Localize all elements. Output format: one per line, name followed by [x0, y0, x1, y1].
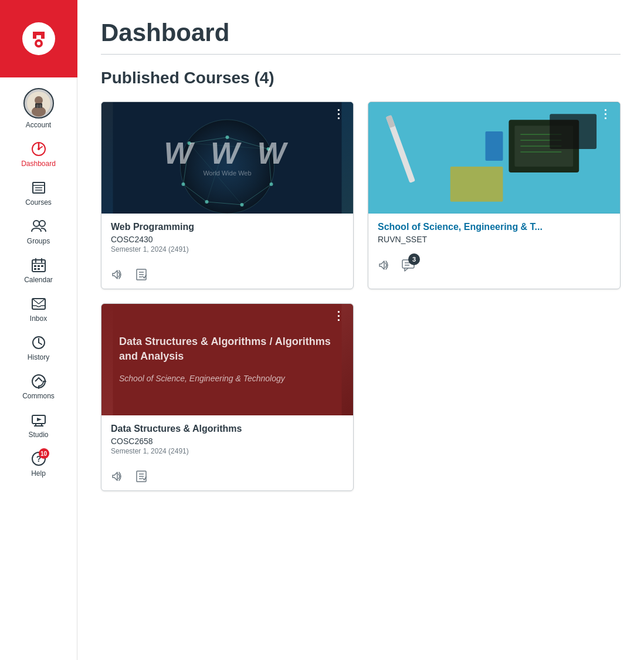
course-semester-www: Semester 1, 2024 (2491) [111, 245, 344, 253]
course-menu-btn-sset[interactable]: ⋮ [597, 108, 614, 120]
sset-bg-svg [368, 102, 620, 214]
course-actions-dsa [101, 465, 353, 490]
svg-point-4 [35, 96, 43, 104]
page-title: Dashboard [101, 19, 621, 47]
course-code-www: COSC2430 [111, 235, 344, 244]
studio-icon [30, 412, 47, 428]
svg-rect-24 [34, 268, 36, 270]
svg-point-0 [22, 22, 55, 55]
svg-rect-22 [38, 265, 40, 267]
section-title: Published Courses (4) [101, 69, 621, 87]
help-badge: 10 [39, 448, 49, 459]
commons-icon [30, 373, 47, 390]
course-menu-btn-www[interactable]: ⋮ [330, 108, 347, 120]
svg-point-58 [240, 203, 244, 207]
course-code-sset: RUVN_SSET [378, 235, 611, 244]
announcement-icon-sset[interactable] [378, 258, 392, 272]
svg-point-16 [39, 221, 45, 226]
www-bg-svg: W W W World Wide Web [101, 102, 353, 214]
svg-point-2 [37, 42, 40, 45]
dsa-thumbnail-title: Data Structures & Algorithms / Algorithm… [119, 334, 335, 364]
svg-rect-78 [486, 131, 503, 161]
svg-text:World Wide Web: World Wide Web [203, 170, 251, 177]
course-thumbnail-dsa: Data Structures & Algorithms / Algorithm… [101, 304, 353, 415]
sidebar-item-label-dashboard: Dashboard [21, 160, 56, 168]
svg-point-60 [182, 182, 185, 186]
inbox-icon [30, 296, 47, 312]
course-code-dsa: COSC2658 [111, 436, 344, 446]
sidebar-item-help[interactable]: ? 10 Help [0, 445, 77, 483]
dashboard-icon [30, 141, 47, 157]
nav-items: Account Dashboard [0, 77, 77, 483]
sidebar-item-label-courses: Courses [25, 198, 52, 207]
course-thumbnail-www: W W W World Wide Web ⋮ [101, 102, 353, 214]
sidebar-item-commons[interactable]: Commons [0, 367, 77, 406]
sidebar-item-label-help: Help [31, 469, 46, 478]
avatar [23, 88, 54, 119]
course-menu-btn-dsa[interactable]: ⋮ [330, 310, 347, 321]
groups-icon [30, 218, 47, 235]
calendar-icon [30, 257, 47, 273]
svg-rect-21 [34, 265, 36, 267]
sidebar: Account Dashboard [0, 0, 77, 660]
assignment-icon-www[interactable] [134, 268, 148, 282]
sidebar-item-groups[interactable]: Groups [0, 212, 77, 251]
sidebar-item-label-inbox: Inbox [30, 314, 47, 323]
sidebar-item-courses[interactable]: Courses [0, 174, 77, 212]
sidebar-item-label-history: History [28, 353, 49, 361]
main-content: Dashboard Published Courses (4) [77, 0, 644, 660]
course-card-sset: ⋮ School of Science, Engineering & T... … [368, 101, 621, 289]
svg-rect-77 [450, 167, 503, 202]
sidebar-item-account[interactable]: Account [0, 82, 77, 135]
courses-grid: W W W World Wide Web ⋮ Web Programming C… [101, 101, 621, 491]
sidebar-item-label-commons: Commons [22, 392, 55, 400]
course-info-sset: School of Science, Engineering & T... RU… [368, 214, 620, 253]
course-info-www: Web Programming COSC2430 Semester 1, 202… [101, 214, 353, 263]
sidebar-item-label-studio: Studio [28, 431, 48, 439]
assignment-icon-dsa[interactable] [134, 469, 148, 483]
course-thumbnail-sset: ⋮ [368, 102, 620, 214]
discussion-badge-sset: 3 [408, 253, 420, 265]
course-name-dsa: Data Structures & Algorithms [111, 424, 344, 434]
announcement-icon-www[interactable] [111, 268, 125, 282]
svg-point-57 [270, 182, 273, 186]
sidebar-item-calendar[interactable]: Calendar [0, 251, 77, 290]
sidebar-item-label-groups: Groups [27, 237, 50, 245]
svg-rect-8 [39, 104, 42, 108]
sidebar-item-label-account: Account [26, 121, 51, 129]
sidebar-item-inbox[interactable]: Inbox [0, 290, 77, 329]
course-semester-dsa: Semester 1, 2024 (2491) [111, 447, 344, 455]
course-actions-sset: 3 [368, 253, 620, 279]
svg-rect-76 [550, 114, 596, 149]
course-info-dsa: Data Structures & Algorithms COSC2658 Se… [101, 415, 353, 465]
svg-line-29 [32, 299, 39, 304]
sidebar-item-label-calendar: Calendar [24, 276, 53, 284]
course-name-sset: School of Science, Engineering & T... [378, 222, 611, 232]
svg-rect-25 [38, 268, 40, 270]
course-name-www: Web Programming [111, 222, 344, 232]
courses-icon [30, 180, 47, 196]
dsa-thumbnail-sub: School of Science, Engineering & Technol… [119, 373, 335, 385]
course-card-dsa: Data Structures & Algorithms / Algorithm… [101, 303, 354, 491]
svg-marker-39 [37, 418, 42, 421]
help-icon: ? 10 [30, 451, 47, 467]
history-icon [30, 334, 47, 351]
svg-rect-23 [41, 265, 43, 267]
course-actions-www [101, 263, 353, 289]
course-card-web-programming: W W W World Wide Web ⋮ Web Programming C… [101, 101, 354, 289]
logo-icon [21, 21, 56, 56]
discussion-icon-sset[interactable]: 3 [401, 258, 415, 272]
app-logo[interactable] [0, 0, 77, 77]
sidebar-item-history[interactable]: History [0, 329, 77, 367]
svg-text:W W W: W W W [164, 136, 290, 170]
announcement-icon-dsa[interactable] [111, 469, 125, 483]
sidebar-item-dashboard[interactable]: Dashboard [0, 135, 77, 174]
svg-rect-7 [36, 104, 39, 108]
svg-line-30 [39, 299, 45, 304]
divider [101, 54, 621, 55]
sidebar-item-studio[interactable]: Studio [0, 406, 77, 445]
svg-point-59 [205, 200, 209, 204]
svg-point-15 [33, 221, 39, 226]
svg-point-10 [38, 148, 40, 150]
